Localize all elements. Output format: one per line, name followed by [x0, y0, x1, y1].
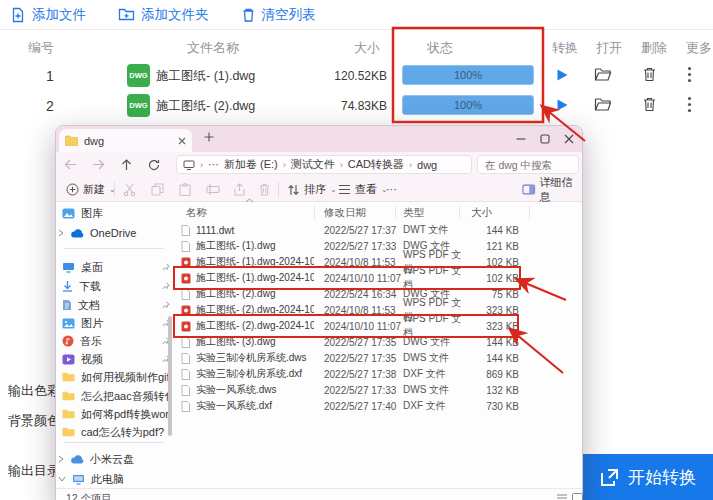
minimize-button[interactable] [516, 134, 526, 144]
tab-title: dwg [84, 135, 172, 147]
file-row[interactable]: 施工图纸- (2).dwg2022/5/24 16:34DWG 文件75 KB [173, 286, 573, 302]
dwg-file-badge: DWG [127, 64, 150, 87]
add-folder-icon [118, 7, 135, 22]
delete-button[interactable] [643, 67, 656, 82]
more-commands-button[interactable]: ⋯ [386, 177, 398, 202]
sidebar-item-folder[interactable]: 如何用视频制作gif动态... [62, 368, 170, 386]
more-button[interactable] [687, 96, 692, 113]
col-header-status: 状态 [427, 39, 453, 57]
close-button[interactable] [564, 134, 574, 144]
file-col-type[interactable]: 类型 [403, 206, 424, 220]
file-col-date[interactable]: 修改日期 [324, 206, 366, 220]
pin-icon [162, 301, 170, 309]
delete-button[interactable] [643, 97, 656, 112]
sidebar-item-onedrive[interactable]: OneDrive [62, 224, 170, 242]
sort-button[interactable]: 排序⌄ [287, 177, 337, 202]
video-icon [62, 354, 75, 365]
file-icon [181, 353, 190, 364]
file-row[interactable]: 实验三制冷机房系统.dxf2022/5/27 17:38DXF 文件869 KB [173, 366, 573, 382]
convert-play-button[interactable] [556, 68, 569, 82]
add-file-button[interactable]: 添加文件 [10, 6, 86, 24]
sidebar-item-pictures[interactable]: 图片 [62, 314, 170, 332]
breadcrumb-item[interactable]: CAD转换器 [348, 157, 404, 172]
file-row[interactable]: 施工图纸- (1).dwg-2024-10-08-11-53...2024/10… [173, 254, 573, 270]
search-input[interactable] [485, 159, 571, 171]
file-col-size[interactable]: 大小 [471, 206, 492, 220]
sidebar-scrollbar[interactable] [168, 316, 172, 436]
back-icon[interactable] [64, 159, 77, 170]
col-header-name: 文件名称 [187, 39, 239, 57]
paste-icon[interactable] [179, 177, 191, 202]
sidebar-item-gallery[interactable]: 图库 [62, 204, 170, 222]
sidebar-item-desktop[interactable]: 桌面 [62, 258, 170, 276]
sidebar-item-videos[interactable]: 视频 [62, 350, 170, 368]
chevron-right-icon: › [340, 160, 343, 170]
sidebar-item-this-pc[interactable]: 此电脑 [62, 470, 170, 488]
file-row[interactable]: 实验一风系统.dws2022/5/27 17:33DWS 文件132 KB [173, 382, 573, 398]
file-row[interactable]: 1111.dwt2022/5/27 17:37DWT 文件144 KB [173, 222, 573, 238]
refresh-icon[interactable] [148, 159, 160, 171]
thumbnails-view-icon[interactable] [572, 493, 583, 500]
sidebar-item-folder[interactable]: 如何将pdf转换word格... [62, 405, 170, 423]
rename-icon[interactable] [206, 177, 220, 202]
file-icon [181, 337, 190, 348]
search-box[interactable] [477, 155, 579, 174]
file-row[interactable]: 施工图纸- (2).dwg-2024-10-10-11-07...2024/10… [173, 318, 573, 334]
folder-icon [62, 372, 75, 382]
delete-icon[interactable] [259, 177, 270, 202]
forward-icon[interactable] [92, 159, 105, 170]
details-pane-icon [522, 184, 536, 195]
convert-play-button[interactable] [556, 98, 569, 112]
more-button[interactable] [687, 66, 692, 83]
up-icon[interactable] [121, 159, 132, 171]
add-folder-button[interactable]: 添加文件夹 [118, 6, 209, 24]
copy-icon[interactable] [151, 177, 164, 202]
chevron-right-icon[interactable] [58, 229, 64, 237]
sort-icon [287, 184, 300, 196]
file-row[interactable]: 施工图纸- (1).dwg2022/5/27 17:33DWG 文件121 KB [173, 238, 573, 254]
file-col-name[interactable]: 名称 [186, 206, 207, 220]
wps-pdf-icon [181, 257, 191, 268]
clear-list-button[interactable]: 清空列表 [241, 6, 316, 24]
file-row[interactable]: 实验三制冷机房系统.dws2022/5/27 17:35DWS 文件144 KB [173, 350, 573, 366]
open-folder-button[interactable] [594, 67, 612, 82]
sidebar-item-folder[interactable]: cad怎么转为pdf? [62, 423, 170, 441]
cut-icon[interactable] [123, 177, 136, 202]
explorer-window: dwg › ⋯ 新加卷 (E:) › 测试文件 › [55, 125, 583, 500]
address-bar[interactable]: › ⋯ 新加卷 (E:) › 测试文件 › CAD转换器 › dwg [176, 155, 472, 174]
sidebar-item-documents[interactable]: 文档 [62, 296, 170, 314]
download-icon [62, 280, 73, 292]
app-toolbar: 添加文件 添加文件夹 清空列表 [0, 0, 713, 30]
view-button[interactable]: 查看⌄ [338, 177, 388, 202]
breadcrumb-item[interactable]: 测试文件 [291, 157, 335, 172]
file-row[interactable]: 施工图纸- (2).dwg-2024-10-08-11-53...2024/10… [173, 302, 573, 318]
sidebar-item-music[interactable]: 音乐 [62, 332, 170, 350]
breadcrumb-item[interactable]: 新加卷 (E:) [224, 157, 278, 172]
explorer-tab[interactable]: dwg [59, 129, 192, 152]
gallery-icon [62, 208, 75, 219]
chevron-down-icon[interactable] [58, 476, 66, 482]
add-file-icon [10, 7, 26, 23]
items-count: 12 个项目 [66, 492, 112, 500]
details-pane-button[interactable]: 详细信息 [522, 177, 582, 202]
breadcrumb-item[interactable]: dwg [417, 159, 437, 171]
row-file-name: 施工图纸- (1).dwg [156, 68, 255, 85]
open-folder-button[interactable] [594, 97, 612, 112]
breadcrumb-overflow[interactable]: ⋯ [208, 158, 219, 171]
details-view-icon[interactable] [556, 493, 568, 500]
new-button[interactable]: 新建⌄ [66, 177, 116, 202]
sidebar-item-folder[interactable]: 怎么把aac音频转化为m... [62, 387, 170, 405]
file-row[interactable]: 实验一风系统.dxf2022/5/27 17:40DXF 文件730 KB [173, 398, 573, 414]
start-convert-button[interactable]: 开始转换 [583, 454, 713, 500]
sidebar-item-mi-cloud[interactable]: 小米云盘 [62, 450, 170, 468]
explorer-titlebar[interactable]: dwg [56, 126, 582, 152]
sidebar-item-downloads[interactable]: 下载 [62, 277, 170, 295]
new-tab-button[interactable] [204, 132, 214, 142]
chevron-right-icon[interactable] [58, 455, 64, 463]
file-row[interactable]: 施工图纸- (1).dwg-2024-10-10-11-07...2024/10… [173, 270, 573, 286]
folder-icon [65, 135, 78, 146]
maximize-button[interactable] [540, 134, 550, 144]
col-header-open: 打开 [596, 39, 622, 57]
tab-close-icon[interactable] [178, 137, 186, 145]
file-row[interactable]: 施工图纸- (3).dwg2022/5/27 17:35DWG 文件144 KB [173, 334, 573, 350]
